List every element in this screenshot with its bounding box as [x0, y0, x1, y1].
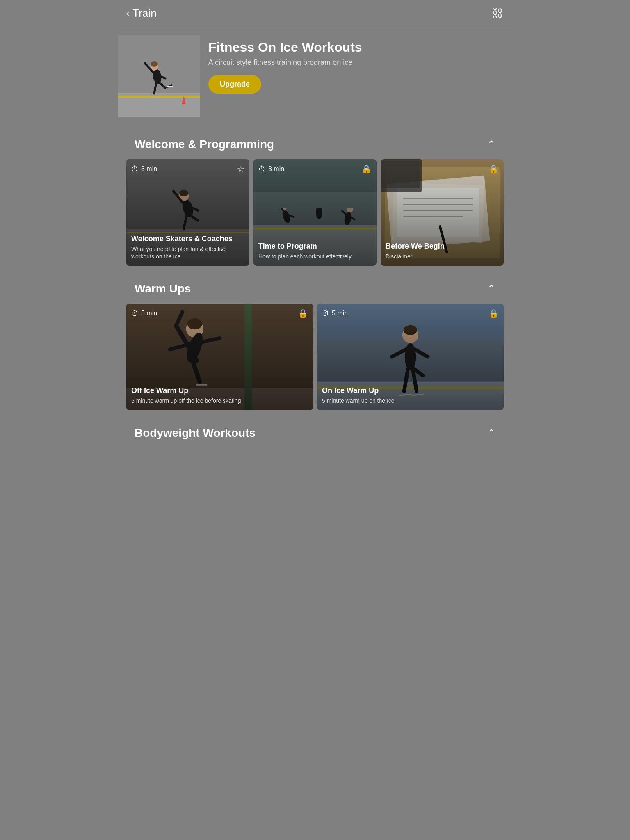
clock-icon-3: ⏱: [131, 309, 139, 318]
section-bodyweight-chevron[interactable]: ⌃: [487, 427, 495, 439]
card-begin-bottom: Before We Begin Disclaimer: [386, 242, 499, 260]
lock-icon-3: 🔒: [298, 308, 308, 318]
lock-icon-2: 🔒: [488, 164, 499, 174]
card-welcome-title: Welcome Skaters & Coaches: [131, 235, 244, 244]
card-program-topbar: ⏱ 3 min 🔒: [258, 164, 372, 174]
card-ice-warmup-topbar: ⏱ 5 min 🔒: [322, 308, 499, 318]
hero-subtitle: A circuit style fitness training program…: [208, 58, 504, 67]
hero-image: [118, 35, 200, 117]
lock-icon-4: 🔒: [488, 308, 499, 318]
svg-point-6: [151, 61, 158, 67]
card-begin-title: Before We Begin: [386, 242, 499, 251]
clock-icon-4: ⏱: [322, 309, 329, 318]
card-program-title: Time to Program: [258, 242, 372, 251]
card-off-ice-warmup[interactable]: ⏱ 5 min 🔒 Off Ice Warm Up 5 minute warm …: [126, 304, 313, 410]
card-welcome-topbar: ⏱ 3 min ☆: [131, 164, 244, 174]
share-link-icon[interactable]: ⛓: [492, 7, 504, 20]
card-ice-warmup-bottom: On Ice Warm Up 5 minute warm up on the I…: [322, 386, 499, 404]
back-button[interactable]: ‹ Train: [126, 7, 157, 20]
svg-rect-2: [118, 96, 200, 98]
back-label: Train: [132, 7, 156, 20]
lock-icon-1: 🔒: [361, 164, 372, 174]
clock-icon-2: ⏱: [258, 165, 266, 173]
card-begin-topbar: 🔒: [386, 164, 499, 174]
section-welcome: Welcome & Programming ⌃: [118, 130, 512, 274]
section-welcome-header: Welcome & Programming ⌃: [126, 130, 504, 159]
card-office-warmup-topbar: ⏱ 5 min 🔒: [131, 308, 308, 318]
welcome-cards-grid: ⏱ 3 min ☆ Welcome Skaters & Coaches What…: [126, 159, 504, 274]
card-before-begin[interactable]: 🔒 Before We Begin Disclaimer: [381, 159, 504, 266]
card-program-bottom: Time to Program How to plan each workout…: [258, 242, 372, 260]
card-office-warmup-bottom: Off Ice Warm Up 5 minute warm up off the…: [131, 386, 308, 404]
card-begin-desc: Disclaimer: [386, 253, 499, 260]
hero-skater-svg: [118, 35, 200, 117]
card-time-to-program[interactable]: ⏱ 3 min 🔒 Time to Program How to plan ea…: [253, 159, 377, 266]
favorite-icon[interactable]: ☆: [237, 164, 244, 174]
hero-section: Fitness On Ice Workouts A circuit style …: [118, 27, 512, 130]
warmups-cards-grid: ⏱ 5 min 🔒 Off Ice Warm Up 5 minute warm …: [126, 304, 504, 418]
header: ‹ Train ⛓: [118, 0, 512, 27]
card-ice-warmup-desc: 5 minute warm up on the Ice: [322, 397, 499, 404]
card-on-ice-warmup[interactable]: ⏱ 5 min 🔒 On Ice Warm Up 5 minute warm u…: [317, 304, 504, 410]
card-welcome-desc: What you need to plan fun & effective wo…: [131, 245, 244, 260]
clock-icon: ⏱: [131, 165, 139, 173]
card-program-desc: How to plan each workout effectively: [258, 253, 372, 260]
hero-title: Fitness On Ice Workouts: [208, 39, 504, 55]
card-program-time: ⏱ 3 min: [258, 165, 284, 173]
section-warmups-header: Warm Ups ⌃: [126, 274, 504, 304]
section-warmups-chevron[interactable]: ⌃: [487, 283, 495, 294]
section-welcome-chevron[interactable]: ⌃: [487, 139, 495, 150]
hero-info: Fitness On Ice Workouts A circuit style …: [208, 35, 504, 94]
upgrade-button[interactable]: Upgrade: [208, 75, 261, 94]
back-icon: ‹: [126, 8, 129, 19]
section-welcome-title: Welcome & Programming: [135, 138, 274, 151]
card-office-warmup-time: ⏱ 5 min: [131, 309, 157, 318]
section-warmups: Warm Ups ⌃: [118, 274, 512, 418]
section-warmups-title: Warm Ups: [135, 282, 191, 295]
card-welcome-bottom: Welcome Skaters & Coaches What you need …: [131, 235, 244, 260]
section-bodyweight: Bodyweight Workouts ⌃: [118, 418, 512, 448]
section-bodyweight-title: Bodyweight Workouts: [135, 427, 256, 440]
card-ice-warmup-time: ⏱ 5 min: [322, 309, 348, 318]
card-welcome-skaters[interactable]: ⏱ 3 min ☆ Welcome Skaters & Coaches What…: [126, 159, 249, 266]
card-office-warmup-desc: 5 minute warm up off the ice before skat…: [131, 397, 308, 404]
card-office-warmup-title: Off Ice Warm Up: [131, 386, 308, 395]
card-ice-warmup-title: On Ice Warm Up: [322, 386, 499, 395]
section-bodyweight-header: Bodyweight Workouts ⌃: [126, 418, 504, 448]
card-welcome-time: ⏱ 3 min: [131, 165, 157, 173]
